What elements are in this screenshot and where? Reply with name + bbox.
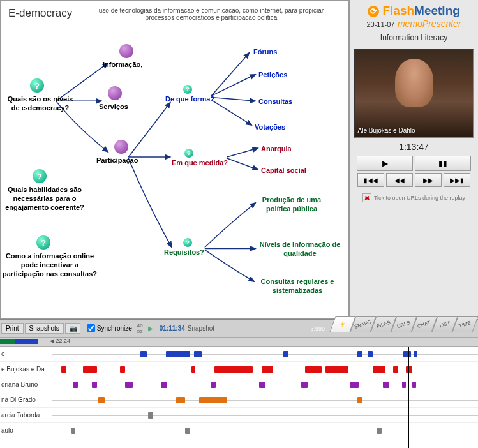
q-requisitos[interactable]: Requisitos? — [164, 248, 204, 257]
track-segment[interactable] — [305, 366, 322, 373]
track-segment[interactable] — [120, 366, 125, 373]
track-segment[interactable] — [402, 382, 406, 388]
track-segment[interactable] — [148, 412, 153, 419]
q-niveis[interactable]: Quais são os níveis de e-democracy? — [6, 95, 75, 113]
track-segment[interactable] — [357, 351, 362, 357]
track-segment[interactable] — [98, 397, 105, 403]
track-row[interactable]: aulo — [0, 423, 478, 438]
track-segment[interactable] — [357, 397, 362, 403]
mindmap-title: E-democracy — [8, 7, 72, 20]
video-speaker-name: Ale Bujokas e Dahlo — [358, 127, 415, 134]
playhead[interactable] — [408, 347, 409, 448]
question-icon — [183, 238, 192, 247]
track-segment[interactable] — [191, 366, 195, 373]
track-segment[interactable] — [373, 366, 385, 373]
first-button[interactable]: ▮◀◀ — [357, 173, 384, 187]
pause-button[interactable]: ▮▮ — [415, 156, 471, 171]
node-peticoes[interactable]: Petições — [258, 71, 287, 80]
mindmap-subtitle: uso de tecnologias da informacao e comun… — [96, 7, 326, 21]
node-anarquia[interactable]: Anarquia — [261, 145, 292, 154]
track-label: e — [0, 347, 52, 361]
video-thumbnail[interactable]: Ale Bujokas e Dahlo — [354, 49, 474, 138]
track-row[interactable]: driana Bruno — [0, 377, 478, 392]
track-segment[interactable] — [383, 382, 389, 388]
track-segment[interactable] — [71, 428, 75, 434]
track-segment[interactable] — [194, 351, 202, 357]
track-segment[interactable] — [406, 366, 412, 373]
track-segment[interactable] — [166, 351, 190, 357]
track-segment[interactable] — [73, 382, 78, 388]
next-button[interactable]: ▶▶ — [415, 173, 442, 187]
track-label: aulo — [0, 423, 52, 438]
node-participacao[interactable]: Participação — [96, 156, 138, 165]
tracks-area[interactable]: ee Bujokas e Dadriana Brunona Di Gradoar… — [0, 347, 478, 448]
track-segment[interactable] — [61, 366, 66, 373]
play-small-icon[interactable]: ▶ — [148, 325, 153, 332]
track-segment[interactable] — [368, 351, 373, 357]
track-segment[interactable] — [301, 382, 308, 388]
node-capital[interactable]: Capital social — [261, 167, 306, 175]
track-row[interactable]: e — [0, 347, 478, 362]
snap-count: 3.999 — [310, 325, 325, 332]
track-segment[interactable] — [83, 366, 97, 373]
track-segment[interactable] — [92, 382, 97, 388]
q-habilidades[interactable]: Quais habilidades são necessárias para o… — [4, 186, 85, 212]
track-segment[interactable] — [185, 428, 190, 434]
mindmap-panel: E-democracy uso de tecnologias da inform… — [0, 0, 349, 319]
synchronize-checkbox[interactable] — [87, 324, 95, 332]
track-segment[interactable] — [176, 397, 185, 403]
track-segment[interactable] — [214, 366, 253, 373]
track-segment[interactable] — [161, 382, 167, 388]
video-sidebar: ⟳ FlashMeeting 20-11-07 memoPresenter In… — [349, 0, 478, 319]
camera-icon[interactable]: 📷 — [65, 323, 80, 334]
edit-icon — [108, 86, 122, 100]
track-label: driana Bruno — [0, 377, 52, 392]
track-segment[interactable] — [377, 428, 382, 434]
node-consultas-reg[interactable]: Consultas regulares e sistematizadas — [256, 278, 339, 295]
track-label: arcia Taborda — [0, 408, 52, 422]
q-forma[interactable]: De que forma? — [165, 95, 214, 104]
tick-row[interactable]: ✖ Tick to open URLs during the replay — [362, 193, 465, 202]
track-segment[interactable] — [199, 397, 227, 403]
tick-checkbox[interactable]: ✖ — [362, 193, 371, 202]
session-title: Information Literacy — [352, 33, 475, 42]
track-segment[interactable] — [403, 351, 411, 357]
node-votacoes[interactable]: Votações — [255, 123, 285, 132]
track-segment[interactable] — [211, 382, 216, 388]
track-row[interactable]: na Di Grado — [0, 392, 478, 408]
tick-label: Tick to open URLs during the replay — [374, 195, 465, 201]
node-servicos[interactable]: Serviços — [99, 103, 128, 112]
node-consultas[interactable]: Consultas — [258, 98, 292, 107]
print-button[interactable]: Print — [1, 323, 24, 334]
track-segment[interactable] — [259, 382, 265, 388]
node-producao[interactable]: Produção de uma política pública — [253, 196, 330, 214]
track-segment[interactable] — [393, 366, 398, 373]
track-label: na Di Grado — [0, 392, 52, 407]
play-button[interactable]: ▶ — [357, 156, 413, 171]
track-label: e Bujokas e Da — [0, 362, 52, 377]
node-foruns[interactable]: Fóruns — [253, 48, 277, 57]
prev-button[interactable]: ◀◀ — [386, 173, 413, 187]
video-controls: ▶ ▮▮ ▮◀◀ ◀◀ ▶▶ ▶▶▮ — [352, 156, 475, 187]
snapshot-label: Snapshot — [188, 325, 214, 332]
node-niveis-info[interactable]: Níveis de informação de qualidade — [258, 241, 341, 258]
node-informacao[interactable]: Informação, — [103, 61, 142, 70]
snapshots-button[interactable]: Snapshots — [25, 323, 64, 334]
video-time: 1:13:47 — [399, 142, 429, 152]
track-row[interactable]: arcia Taborda — [0, 408, 478, 423]
track-segment[interactable] — [262, 366, 273, 373]
cursor-time: ◀ 22:24 — [50, 338, 70, 344]
track-segment[interactable] — [350, 382, 359, 388]
track-segment[interactable] — [283, 351, 288, 357]
time-ruler[interactable]: ◀ 22:24 — [0, 338, 478, 347]
q-medida[interactable]: Em que medida? — [172, 159, 228, 168]
q-info-online[interactable]: Como a informação online pode incentivar… — [2, 252, 98, 278]
last-button[interactable]: ▶▶▮ — [444, 173, 470, 187]
track-segment[interactable] — [325, 366, 348, 373]
track-row[interactable]: e Bujokas e Da — [0, 362, 478, 377]
track-segment[interactable] — [125, 382, 133, 388]
track-segment[interactable] — [414, 351, 417, 357]
frame-nums: 40 53 — [137, 323, 143, 334]
track-segment[interactable] — [412, 382, 416, 388]
track-segment[interactable] — [140, 351, 147, 357]
